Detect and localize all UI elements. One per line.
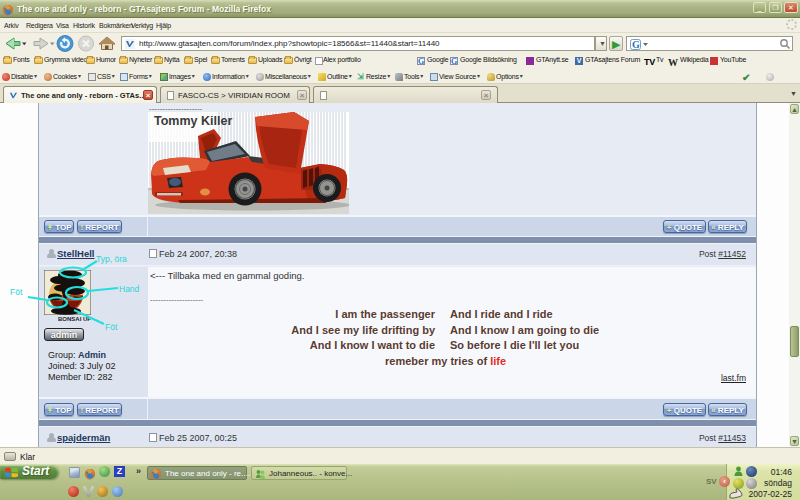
svg-text:Hand: Hand	[119, 284, 140, 294]
svg-text:G: G	[632, 39, 640, 50]
svg-text:Typ, öra: Typ, öra	[96, 254, 127, 264]
svg-text:Föt: Föt	[10, 287, 23, 297]
svg-text:Tommy Killer: Tommy Killer	[154, 114, 232, 128]
svg-text:Föt: Föt	[105, 322, 118, 332]
